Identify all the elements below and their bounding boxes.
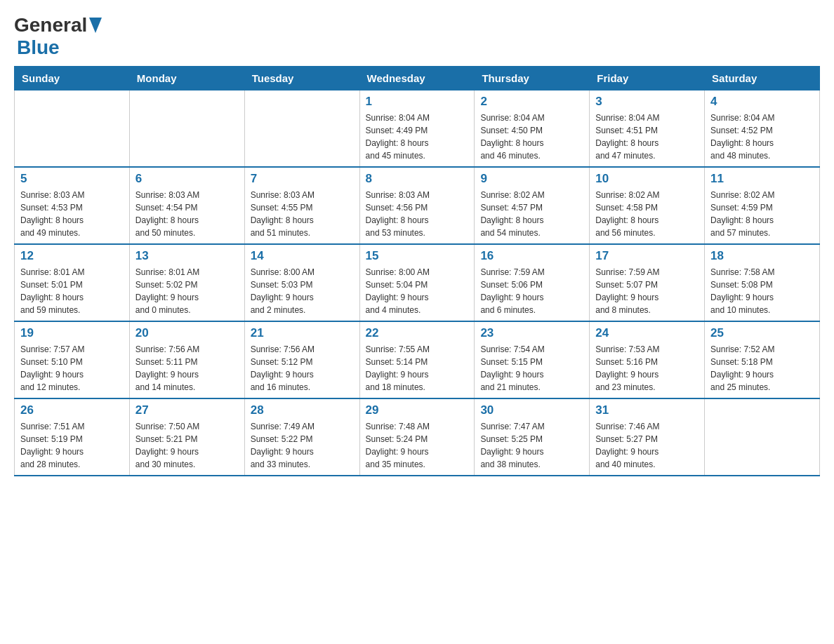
- logo-general-text: General: [14, 14, 87, 36]
- day-info: Sunrise: 8:04 AM Sunset: 4:50 PM Dayligh…: [480, 112, 583, 162]
- day-number: 19: [20, 326, 124, 340]
- day-info: Sunrise: 7:56 AM Sunset: 5:12 PM Dayligh…: [251, 343, 354, 394]
- calendar-cell: 3Sunrise: 8:04 AM Sunset: 4:51 PM Daylig…: [590, 90, 705, 168]
- day-number: 16: [480, 249, 583, 263]
- day-number: 31: [595, 403, 699, 417]
- day-number: 21: [251, 326, 354, 340]
- day-number: 29: [366, 403, 469, 417]
- day-number: 10: [595, 172, 699, 186]
- day-header-saturday: Saturday: [705, 67, 820, 90]
- calendar-table: SundayMondayTuesdayWednesdayThursdayFrid…: [14, 66, 820, 476]
- day-number: 20: [135, 326, 239, 340]
- calendar-cell: [244, 90, 359, 168]
- day-header-sunday: Sunday: [15, 67, 130, 90]
- calendar-cell: 7Sunrise: 8:03 AM Sunset: 4:55 PM Daylig…: [244, 167, 359, 244]
- day-number: 11: [710, 172, 814, 186]
- svg-marker-0: [89, 18, 102, 33]
- day-number: 17: [595, 249, 699, 263]
- day-info: Sunrise: 7:51 AM Sunset: 5:19 PM Dayligh…: [20, 420, 124, 471]
- day-info: Sunrise: 8:02 AM Sunset: 4:59 PM Dayligh…: [710, 189, 814, 239]
- calendar-cell: 22Sunrise: 7:55 AM Sunset: 5:14 PM Dayli…: [359, 321, 475, 398]
- calendar-cell: 27Sunrise: 7:50 AM Sunset: 5:21 PM Dayli…: [129, 398, 244, 476]
- calendar-week-row: 1Sunrise: 8:04 AM Sunset: 4:49 PM Daylig…: [15, 90, 820, 168]
- day-header-friday: Friday: [590, 67, 705, 90]
- day-info: Sunrise: 8:00 AM Sunset: 5:03 PM Dayligh…: [251, 266, 354, 316]
- day-info: Sunrise: 7:55 AM Sunset: 5:14 PM Dayligh…: [366, 343, 469, 394]
- calendar-cell: 5Sunrise: 8:03 AM Sunset: 4:53 PM Daylig…: [15, 167, 130, 244]
- day-info: Sunrise: 8:01 AM Sunset: 5:01 PM Dayligh…: [20, 266, 124, 316]
- day-number: 12: [20, 249, 124, 263]
- day-info: Sunrise: 8:00 AM Sunset: 5:04 PM Dayligh…: [366, 266, 469, 316]
- day-number: 8: [366, 172, 469, 186]
- calendar-cell: 1Sunrise: 8:04 AM Sunset: 4:49 PM Daylig…: [359, 90, 475, 168]
- day-number: 5: [20, 172, 124, 186]
- calendar-cell: 19Sunrise: 7:57 AM Sunset: 5:10 PM Dayli…: [15, 321, 130, 398]
- calendar-cell: 28Sunrise: 7:49 AM Sunset: 5:22 PM Dayli…: [244, 398, 359, 476]
- day-info: Sunrise: 7:57 AM Sunset: 5:10 PM Dayligh…: [20, 343, 124, 394]
- day-info: Sunrise: 7:50 AM Sunset: 5:21 PM Dayligh…: [135, 420, 239, 471]
- day-number: 18: [710, 249, 814, 263]
- calendar-cell: 16Sunrise: 7:59 AM Sunset: 5:06 PM Dayli…: [475, 244, 590, 321]
- calendar-cell: 24Sunrise: 7:53 AM Sunset: 5:16 PM Dayli…: [590, 321, 705, 398]
- day-number: 7: [251, 172, 354, 186]
- day-number: 27: [135, 403, 239, 417]
- day-info: Sunrise: 7:53 AM Sunset: 5:16 PM Dayligh…: [595, 343, 699, 394]
- calendar-cell: 31Sunrise: 7:46 AM Sunset: 5:27 PM Dayli…: [590, 398, 705, 476]
- day-info: Sunrise: 8:01 AM Sunset: 5:02 PM Dayligh…: [135, 266, 239, 316]
- day-info: Sunrise: 7:52 AM Sunset: 5:18 PM Dayligh…: [710, 343, 814, 394]
- day-number: 13: [135, 249, 239, 263]
- day-info: Sunrise: 7:59 AM Sunset: 5:06 PM Dayligh…: [480, 266, 583, 316]
- calendar-cell: 25Sunrise: 7:52 AM Sunset: 5:18 PM Dayli…: [705, 321, 820, 398]
- day-header-thursday: Thursday: [475, 67, 590, 90]
- calendar-cell: 2Sunrise: 8:04 AM Sunset: 4:50 PM Daylig…: [475, 90, 590, 168]
- calendar-cell: 10Sunrise: 8:02 AM Sunset: 4:58 PM Dayli…: [590, 167, 705, 244]
- day-number: 23: [480, 326, 583, 340]
- logo-blue-text: Blue: [17, 36, 60, 59]
- day-number: 9: [480, 172, 583, 186]
- day-info: Sunrise: 8:04 AM Sunset: 4:49 PM Dayligh…: [366, 112, 469, 162]
- calendar-cell: [129, 90, 244, 168]
- logo-triangle-icon: [89, 18, 102, 36]
- logo: General Blue: [14, 14, 102, 59]
- day-number: 15: [366, 249, 469, 263]
- day-info: Sunrise: 7:54 AM Sunset: 5:15 PM Dayligh…: [480, 343, 583, 394]
- day-number: 30: [480, 403, 583, 417]
- day-info: Sunrise: 7:46 AM Sunset: 5:27 PM Dayligh…: [595, 420, 699, 471]
- day-number: 4: [710, 95, 814, 109]
- day-info: Sunrise: 7:49 AM Sunset: 5:22 PM Dayligh…: [251, 420, 354, 471]
- day-info: Sunrise: 8:04 AM Sunset: 4:52 PM Dayligh…: [710, 112, 814, 162]
- day-header-tuesday: Tuesday: [244, 67, 359, 90]
- day-info: Sunrise: 8:02 AM Sunset: 4:58 PM Dayligh…: [595, 189, 699, 239]
- day-number: 1: [366, 95, 469, 109]
- day-number: 24: [595, 326, 699, 340]
- day-number: 26: [20, 403, 124, 417]
- day-info: Sunrise: 8:03 AM Sunset: 4:53 PM Dayligh…: [20, 189, 124, 239]
- day-number: 22: [366, 326, 469, 340]
- day-info: Sunrise: 7:56 AM Sunset: 5:11 PM Dayligh…: [135, 343, 239, 394]
- calendar-cell: 14Sunrise: 8:00 AM Sunset: 5:03 PM Dayli…: [244, 244, 359, 321]
- calendar-cell: 18Sunrise: 7:58 AM Sunset: 5:08 PM Dayli…: [705, 244, 820, 321]
- day-info: Sunrise: 7:47 AM Sunset: 5:25 PM Dayligh…: [480, 420, 583, 471]
- day-number: 14: [251, 249, 354, 263]
- day-info: Sunrise: 8:02 AM Sunset: 4:57 PM Dayligh…: [480, 189, 583, 239]
- calendar-cell: 23Sunrise: 7:54 AM Sunset: 5:15 PM Dayli…: [475, 321, 590, 398]
- calendar-cell: 15Sunrise: 8:00 AM Sunset: 5:04 PM Dayli…: [359, 244, 475, 321]
- calendar-cell: 26Sunrise: 7:51 AM Sunset: 5:19 PM Dayli…: [15, 398, 130, 476]
- day-number: 6: [135, 172, 239, 186]
- calendar-cell: 12Sunrise: 8:01 AM Sunset: 5:01 PM Dayli…: [15, 244, 130, 321]
- calendar-cell: [705, 398, 820, 476]
- day-info: Sunrise: 8:03 AM Sunset: 4:55 PM Dayligh…: [251, 189, 354, 239]
- calendar-cell: [15, 90, 130, 168]
- calendar-week-row: 12Sunrise: 8:01 AM Sunset: 5:01 PM Dayli…: [15, 244, 820, 321]
- day-number: 3: [595, 95, 699, 109]
- day-info: Sunrise: 8:03 AM Sunset: 4:54 PM Dayligh…: [135, 189, 239, 239]
- calendar-cell: 11Sunrise: 8:02 AM Sunset: 4:59 PM Dayli…: [705, 167, 820, 244]
- day-header-wednesday: Wednesday: [359, 67, 475, 90]
- calendar-header-row: SundayMondayTuesdayWednesdayThursdayFrid…: [15, 67, 820, 90]
- day-number: 28: [251, 403, 354, 417]
- calendar-cell: 21Sunrise: 7:56 AM Sunset: 5:12 PM Dayli…: [244, 321, 359, 398]
- calendar-cell: 17Sunrise: 7:59 AM Sunset: 5:07 PM Dayli…: [590, 244, 705, 321]
- calendar-cell: 6Sunrise: 8:03 AM Sunset: 4:54 PM Daylig…: [129, 167, 244, 244]
- calendar-cell: 30Sunrise: 7:47 AM Sunset: 5:25 PM Dayli…: [475, 398, 590, 476]
- day-header-monday: Monday: [129, 67, 244, 90]
